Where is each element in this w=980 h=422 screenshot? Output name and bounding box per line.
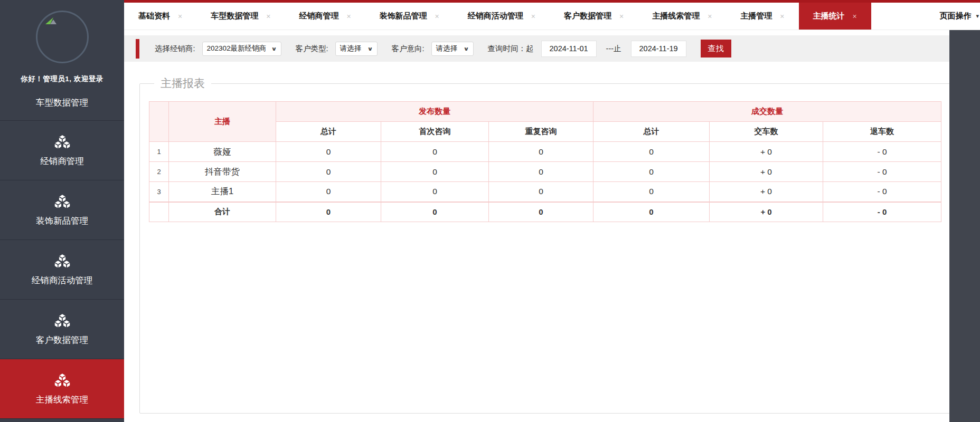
cell-value: 0 bbox=[381, 162, 489, 182]
tab-label: 主播统计 bbox=[813, 11, 845, 21]
table-row: 2 抖音带货 0 0 0 0 + 0 - 0 bbox=[149, 162, 941, 182]
close-tab-icon[interactable]: × bbox=[531, 12, 535, 21]
cell-value: 0 bbox=[593, 142, 710, 162]
tab-dealer-activity[interactable]: 经销商活动管理 × bbox=[454, 3, 550, 30]
close-tab-icon[interactable]: × bbox=[708, 12, 712, 21]
tab-label: 经销商活动管理 bbox=[468, 11, 523, 21]
anchor-report-table: 主播 发布数量 成交数量 总计 首次咨询 重复咨询 总计 交车数 退车数 bbox=[149, 101, 941, 222]
user-greeting: 你好！管理员1, 欢迎登录 bbox=[0, 74, 124, 84]
sidebar-item-dealer-mgmt[interactable]: 经销商管理 bbox=[0, 120, 124, 180]
date-to-label: ---止 bbox=[606, 44, 621, 54]
sidebar-item-label: 经销商管理 bbox=[40, 156, 84, 167]
tab-anchor-mgmt[interactable]: 主播管理 × bbox=[726, 3, 798, 30]
close-tab-icon[interactable]: × bbox=[266, 12, 270, 21]
search-button[interactable]: 查找 bbox=[701, 40, 731, 57]
tab-label: 经销商管理 bbox=[299, 11, 338, 21]
date-to-input[interactable] bbox=[631, 41, 686, 57]
tab-bar: 基础资料 × 车型数据管理 × 经销商管理 × 装饰新品管理 × 经销商活动管理… bbox=[124, 0, 980, 30]
tab-label: 基础资料 bbox=[138, 11, 170, 21]
page-background bbox=[949, 30, 980, 422]
customer-type-value: 请选择 bbox=[340, 44, 362, 53]
publish-count-group-header: 发布数量 bbox=[276, 102, 593, 122]
main-area: 基础资料 × 车型数据管理 × 经销商管理 × 装饰新品管理 × 经销商活动管理… bbox=[124, 0, 980, 422]
avatar bbox=[36, 11, 89, 63]
sidebar-item-customer-data[interactable]: 客户数据管理 bbox=[0, 299, 124, 359]
tab-label: 车型数据管理 bbox=[211, 11, 258, 21]
anchor-name: 抖音带货 bbox=[169, 162, 276, 182]
customer-type-select[interactable]: 请选择 ∨ bbox=[335, 42, 378, 56]
tab-basic-info[interactable]: 基础资料 × bbox=[124, 3, 196, 30]
cubes-icon bbox=[52, 133, 73, 151]
sidebar-item-dealer-activity[interactable]: 经销商活动管理 bbox=[0, 239, 124, 299]
tab-customer-data[interactable]: 客户数据管理 × bbox=[550, 3, 638, 30]
cell-value: 0 bbox=[276, 142, 381, 162]
date-from-input[interactable] bbox=[541, 41, 597, 57]
sidebar-item-label: 客户数据管理 bbox=[36, 334, 88, 346]
content-frame: 选择经销商: 202302最新经销商 ∨ 客户类型: 请选择 ∨ 客户意向: 请… bbox=[124, 30, 949, 422]
cell-value: 0 bbox=[489, 142, 593, 162]
subheader-delivered: 交车数 bbox=[710, 122, 823, 142]
cubes-icon bbox=[52, 312, 73, 330]
query-time-label: 查询时间：起 bbox=[488, 44, 534, 54]
dealer-select-value: 202302最新经销商 bbox=[207, 44, 267, 53]
close-tab-icon[interactable]: × bbox=[780, 12, 784, 21]
app-window: 你好！管理员1, 欢迎登录 车型数据管理 经销商管理 装饰新品 bbox=[0, 0, 980, 422]
cell-value: - 0 bbox=[823, 142, 941, 162]
row-index: 2 bbox=[149, 162, 169, 182]
close-tab-icon[interactable]: × bbox=[178, 12, 182, 21]
cell-value: 0 bbox=[593, 182, 710, 202]
cell-value: 0 bbox=[593, 202, 710, 222]
tab-anchor-leads[interactable]: 主播线索管理 × bbox=[638, 3, 726, 30]
select-caret-icon: ∨ bbox=[464, 46, 469, 52]
cell-value: 0 bbox=[489, 162, 593, 182]
cell-value: - 0 bbox=[823, 162, 941, 182]
tab-decor-new-product[interactable]: 装饰新品管理 × bbox=[365, 3, 454, 30]
filter-bar: 选择经销商: 202302最新经销商 ∨ 客户类型: 请选择 ∨ 客户意向: 请… bbox=[124, 35, 949, 62]
sidebar-item-anchor-leads[interactable]: 主播线索管理 bbox=[0, 359, 124, 418]
cell-value: - 0 bbox=[823, 202, 941, 222]
sidebar-item-vehicle-data[interactable]: 车型数据管理 bbox=[0, 85, 124, 120]
row-index: 3 bbox=[149, 182, 169, 202]
tab-label: 主播管理 bbox=[740, 11, 772, 21]
table-row: 3 主播1 0 0 0 0 + 0 - 0 bbox=[149, 182, 941, 202]
select-caret-icon: ∨ bbox=[368, 46, 373, 52]
cell-value: 0 bbox=[381, 202, 489, 222]
close-tab-icon[interactable]: × bbox=[853, 12, 857, 21]
page-actions-menu[interactable]: 页面操作 ▾ bbox=[926, 3, 980, 30]
tab-anchor-stats[interactable]: 主播统计 × bbox=[799, 3, 871, 30]
subheader-repeat-inquiry: 重复咨询 bbox=[489, 122, 593, 142]
dealer-select[interactable]: 202302最新经销商 ∨ bbox=[202, 42, 281, 56]
page-actions-label: 页面操作 bbox=[939, 11, 971, 21]
cell-value: 0 bbox=[276, 182, 381, 202]
cell-value: 0 bbox=[489, 182, 593, 202]
cell-value: 0 bbox=[489, 202, 593, 222]
content-row: 选择经销商: 202302最新经销商 ∨ 客户类型: 请选择 ∨ 客户意向: 请… bbox=[124, 30, 980, 422]
cell-value: + 0 bbox=[710, 182, 823, 202]
anchor-column-header: 主播 bbox=[169, 102, 276, 142]
anchor-name: 主播1 bbox=[169, 182, 276, 202]
table-row: 1 薇娅 0 0 0 0 + 0 - 0 bbox=[149, 142, 941, 162]
total-label: 合计 bbox=[169, 202, 276, 222]
tab-dealer-mgmt[interactable]: 经销商管理 × bbox=[285, 3, 365, 30]
cubes-icon bbox=[52, 253, 73, 270]
cell-value: 0 bbox=[381, 142, 489, 162]
cell-value: 0 bbox=[276, 202, 381, 222]
tab-label: 客户数据管理 bbox=[564, 11, 611, 21]
sidebar-item-label: 车型数据管理 bbox=[36, 97, 88, 109]
tab-label: 主播线索管理 bbox=[652, 11, 700, 21]
close-tab-icon[interactable]: × bbox=[435, 12, 439, 21]
customer-intent-select[interactable]: 请选择 ∨ bbox=[431, 42, 474, 56]
anchor-name: 薇娅 bbox=[169, 142, 276, 162]
cell-value: 0 bbox=[381, 182, 489, 202]
close-tab-icon[interactable]: × bbox=[346, 12, 351, 21]
sidebar: 你好！管理员1, 欢迎登录 车型数据管理 经销商管理 装饰新品 bbox=[0, 0, 124, 422]
sidebar-item-decor-new-product[interactable]: 装饰新品管理 bbox=[0, 180, 124, 239]
cell-value: + 0 bbox=[710, 202, 823, 222]
subheader-total-deal: 总计 bbox=[593, 122, 710, 142]
report-panel: 主播报表 主播 发布数量 成交数量 bbox=[139, 76, 949, 414]
close-tab-icon[interactable]: × bbox=[619, 12, 624, 21]
sidebar-divider bbox=[0, 418, 124, 422]
cell-value: 0 bbox=[276, 162, 381, 182]
sidebar-menu: 车型数据管理 经销商管理 装饰新品管理 bbox=[0, 85, 124, 422]
tab-vehicle-data[interactable]: 车型数据管理 × bbox=[196, 3, 285, 30]
